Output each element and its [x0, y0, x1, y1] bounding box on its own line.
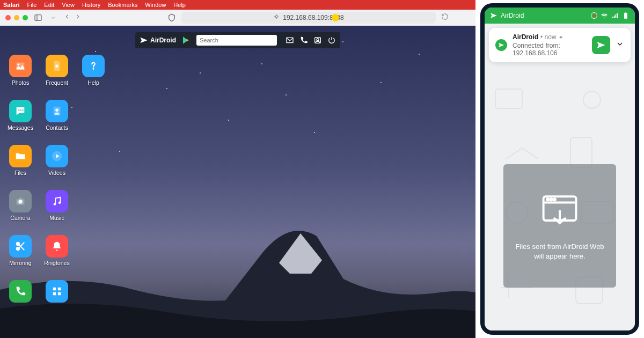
desktop-icon-label: Files — [14, 170, 26, 176]
svg-point-24 — [506, 202, 528, 223]
bell-icon — [46, 235, 68, 258]
sidebar-toggle-button[interactable] — [33, 13, 43, 23]
svg-rect-25 — [581, 202, 613, 223]
desktop-icon-contacts[interactable]: Contacts — [40, 100, 74, 131]
nav-forward-button[interactable] — [74, 13, 82, 23]
camera-icon — [9, 190, 32, 212]
status-app-name: AirDroid — [501, 12, 524, 19]
wifi-icon — [601, 12, 608, 19]
scissors-icon — [9, 235, 32, 258]
desktop-icon-frequent[interactable]: Frequent — [40, 55, 74, 86]
desktop-icon-slot15[interactable] — [3, 280, 38, 303]
phone-area: AirDroid AirDroid • now ✦ — [475, 0, 644, 338]
airdroid-desktop-icons: PhotosFrequentHelpMessagesContactsFilesV… — [3, 55, 111, 303]
menu-history[interactable]: History — [82, 2, 100, 8]
desktop-icon-help[interactable]: Help — [76, 55, 111, 86]
address-bar[interactable]: 192.168.68.109:8888 — [181, 12, 436, 24]
phone-icon[interactable] — [299, 36, 308, 45]
site-settings-icon — [273, 13, 280, 21]
menu-window[interactable]: Window — [145, 2, 166, 8]
desktop-icon-messages[interactable]: Messages — [3, 100, 38, 131]
battery-icon — [622, 12, 630, 19]
menu-edit[interactable]: Edit — [44, 2, 54, 8]
macos-menubar: Safari File Edit View History Bookmarks … — [0, 0, 475, 10]
menu-file[interactable]: File — [27, 2, 37, 8]
android-status-bar: AirDroid — [485, 8, 635, 24]
pin-icon: ✦ — [559, 34, 563, 40]
cursor-highlight-icon — [332, 14, 339, 21]
reader-shield-icon[interactable] — [167, 13, 176, 22]
svg-point-6 — [18, 109, 19, 111]
menu-view[interactable]: View — [62, 2, 75, 8]
tab-chevron-button[interactable] — [48, 13, 58, 23]
mail-icon[interactable] — [286, 36, 294, 45]
desktop-icon-label: Camera — [10, 215, 30, 221]
notification-body-label: Connected from: — [513, 42, 560, 49]
menu-bookmarks[interactable]: Bookmarks — [108, 2, 137, 8]
reload-button[interactable] — [441, 13, 449, 23]
screen-record-icon — [591, 12, 597, 19]
menu-help[interactable]: Help — [173, 2, 186, 8]
svg-rect-26 — [576, 277, 603, 304]
user-account-icon[interactable] — [313, 36, 322, 45]
mac-window: Safari File Edit View History Bookmarks … — [0, 0, 475, 338]
phone-frame: AirDroid AirDroid • now ✦ — [480, 3, 639, 335]
airdroid-logo[interactable]: AirDroid — [140, 36, 176, 45]
folder-icon — [9, 145, 32, 167]
svg-point-10 — [55, 108, 58, 112]
signal-icon — [611, 12, 619, 19]
desktop-icon-files[interactable]: Files — [3, 145, 38, 176]
play-store-icon[interactable] — [181, 35, 191, 45]
desktop-icon-label: Frequent — [46, 79, 68, 86]
contact-icon — [46, 100, 68, 122]
desktop-icon-slot16[interactable] — [40, 280, 74, 303]
minimize-window-button[interactable] — [14, 15, 19, 20]
desktop-icon-videos[interactable]: Videos — [40, 145, 74, 176]
svg-point-15 — [17, 243, 20, 246]
svg-point-5 — [93, 68, 94, 70]
nav-back-button[interactable] — [63, 13, 71, 23]
airdroid-top-bar: AirDroid — [135, 32, 340, 48]
desktop-icon-label: Messages — [8, 124, 33, 131]
svg-rect-20 — [58, 292, 61, 296]
svg-point-16 — [17, 247, 20, 251]
notification-ip: 192.168.68.106 — [513, 49, 557, 57]
airdroid-brand-text: AirDroid — [150, 36, 176, 44]
notification-time: • now — [540, 33, 557, 41]
phone-content-area: Files sent from AirDroid Web will appear… — [485, 73, 635, 330]
menubar-app-name[interactable]: Safari — [3, 2, 20, 8]
desktop-icon-label: Photos — [12, 79, 30, 86]
grid-icon — [46, 280, 68, 303]
svg-rect-18 — [58, 288, 61, 291]
power-icon[interactable] — [327, 36, 336, 45]
notification-expand-button[interactable] — [616, 40, 624, 50]
desktop-icon-mirroring[interactable]: Mirroring — [3, 235, 38, 266]
desktop-icon-label: Videos — [48, 170, 65, 176]
airdroid-plane-icon — [490, 12, 497, 19]
desktop-icon-music[interactable]: Music — [40, 190, 74, 221]
svg-rect-19 — [53, 292, 56, 296]
notification-app-name: AirDroid — [513, 33, 538, 41]
svg-rect-0 — [35, 14, 41, 20]
svg-point-8 — [22, 109, 23, 111]
notification-app-icon — [495, 39, 507, 51]
svg-point-7 — [20, 109, 21, 111]
svg-point-3 — [317, 39, 319, 41]
airdroid-search-input[interactable] — [196, 35, 277, 46]
desktop-icon-photos[interactable]: Photos — [3, 55, 38, 86]
notification-card[interactable]: AirDroid • now ✦ Connected from: 192.168… — [489, 28, 631, 62]
play-icon — [46, 145, 68, 167]
star-doc-icon — [46, 55, 68, 77]
svg-point-14 — [58, 201, 61, 204]
page-viewport: AirDroid PhotosFrequentHelpMessagesConta… — [0, 26, 475, 338]
close-window-button[interactable] — [5, 15, 11, 20]
background-doodles — [485, 73, 635, 335]
desktop-icon-label: Help — [87, 79, 99, 86]
svg-rect-21 — [495, 89, 522, 108]
desktop-icon-label: Ringtones — [44, 260, 69, 266]
svg-point-13 — [54, 203, 56, 205]
desktop-icon-ringtones[interactable]: Ringtones — [40, 235, 74, 266]
desktop-icon-camera[interactable]: Camera — [3, 190, 38, 221]
fullscreen-window-button[interactable] — [23, 15, 28, 20]
desktop-icon-label: Mirroring — [9, 260, 31, 266]
